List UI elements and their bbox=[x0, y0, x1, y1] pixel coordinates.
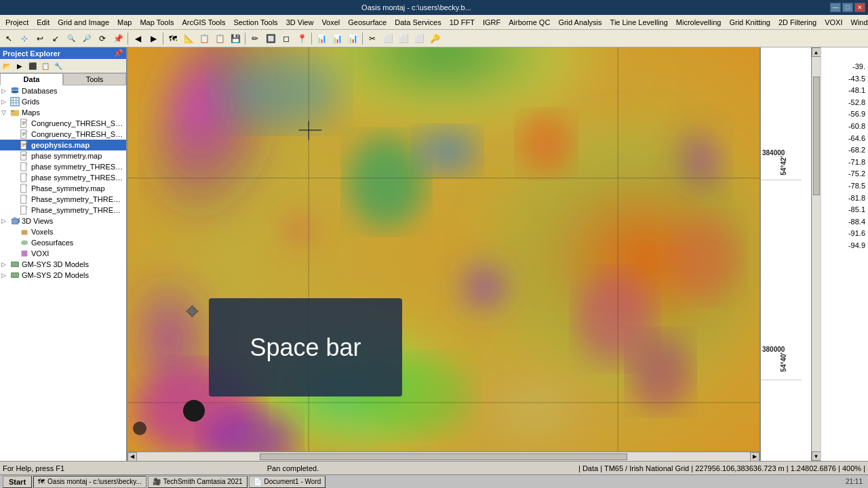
tb-map-view[interactable]: 🗺 bbox=[165, 31, 180, 46]
tree-gm-sys-2d[interactable]: ▷ GM-SYS 2D Models bbox=[0, 270, 126, 281]
tb-refresh[interactable]: ⟳ bbox=[95, 31, 110, 46]
svg-point-64 bbox=[672, 216, 741, 300]
tree-congruency-thresh-skel[interactable]: Congruency_THRESH_SKEL.map bbox=[0, 118, 126, 129]
menu-3d-view[interactable]: 3D View bbox=[282, 17, 318, 28]
menu-voxel[interactable]: Voxel bbox=[317, 17, 344, 28]
menu-grid-image[interactable]: Grid and Image bbox=[54, 17, 113, 28]
taskbar-word[interactable]: 📄 Document1 - Word bbox=[249, 476, 326, 488]
scroll-down-btn[interactable]: ▼ bbox=[812, 451, 821, 461]
tree-phase-symmetry[interactable]: phase symmetry.map bbox=[0, 150, 126, 161]
svg-rect-27 bbox=[22, 154, 26, 155]
tb-histogram[interactable]: 📊 bbox=[330, 31, 344, 46]
v-scroll-track[interactable] bbox=[812, 57, 821, 451]
menu-geosurface[interactable]: Geosurface bbox=[344, 17, 391, 28]
tb-box2[interactable]: ⬜ bbox=[396, 31, 411, 46]
scroll-right-btn[interactable]: ▶ bbox=[750, 452, 760, 462]
menu-microlevelling[interactable]: Microlevelling bbox=[672, 17, 726, 28]
menu-map-tools[interactable]: Map Tools bbox=[136, 17, 178, 28]
v-scroll-thumb[interactable] bbox=[813, 77, 820, 195]
tb-rule[interactable]: 📐 bbox=[181, 31, 196, 46]
tree-grids[interactable]: ▷ Grids bbox=[0, 96, 126, 107]
menu-section-tools[interactable]: Section Tools bbox=[229, 17, 281, 28]
tb-chart[interactable]: 📊 bbox=[314, 31, 329, 46]
exp-settings-btn[interactable]: 🔧 bbox=[52, 60, 64, 72]
tb-draw[interactable]: ✏ bbox=[248, 31, 262, 46]
tree-databases[interactable]: ▷ Databases bbox=[0, 85, 126, 96]
exp-open-btn[interactable]: 📂 bbox=[1, 60, 13, 72]
exp-copy-btn[interactable]: 📋 bbox=[39, 60, 52, 72]
tb-key[interactable]: 🔑 bbox=[427, 31, 442, 46]
tree-phase-symmetry-cap[interactable]: Phase_symmetry.map bbox=[0, 183, 126, 194]
menu-igrf[interactable]: IGRF bbox=[479, 17, 505, 28]
tb-box1[interactable]: ⬜ bbox=[380, 31, 395, 46]
minimize-button[interactable]: — bbox=[830, 3, 841, 12]
scroll-up-btn[interactable]: ▲ bbox=[812, 47, 821, 57]
svg-point-43 bbox=[21, 241, 28, 245]
tb-copy[interactable]: 📋 bbox=[197, 31, 212, 46]
menu-1d-fft[interactable]: 1D FFT bbox=[446, 17, 479, 28]
tree-congruency-thresh-skel-vec[interactable]: Congruency_THRESH_SKEL_VEC.map bbox=[0, 129, 126, 140]
exp-run-btn[interactable]: ▶ bbox=[14, 60, 26, 72]
menu-data-services[interactable]: Data Services bbox=[391, 17, 445, 28]
taskbar-oasis[interactable]: 🗺 Oasis montaj - c:\users\becky... bbox=[33, 476, 146, 488]
tb-move-tool[interactable]: ↙ bbox=[48, 31, 63, 46]
start-button[interactable]: Start bbox=[3, 476, 32, 488]
tb-save[interactable]: 💾 bbox=[228, 31, 243, 46]
tree-geophysics-map[interactable]: geophysics.map bbox=[0, 140, 126, 150]
tb-rectangle[interactable]: 🔲 bbox=[263, 31, 278, 46]
tb-zoom-out[interactable]: 🔎 bbox=[79, 31, 94, 46]
black-circle-large bbox=[183, 400, 205, 422]
close-button[interactable]: ✕ bbox=[854, 3, 865, 12]
tb-undo[interactable]: ↩ bbox=[33, 31, 47, 46]
menu-airborne-qc[interactable]: Airborne QC bbox=[505, 17, 554, 28]
tab-tools[interactable]: Tools bbox=[63, 73, 126, 85]
tb-scatter[interactable]: 📊 bbox=[345, 31, 360, 46]
menu-grid-analysis[interactable]: Grid Analysis bbox=[554, 17, 606, 28]
taskbar-techsmith[interactable]: 🎥TechSmith Camtasia 2021 bbox=[148, 476, 248, 488]
menu-arcgis-tools[interactable]: ArcGIS Tools bbox=[178, 17, 229, 28]
tb-paste[interactable]: 📋 bbox=[212, 31, 227, 46]
tree-3d-views[interactable]: ▷ 3D Views bbox=[0, 216, 126, 226]
tb-marker[interactable]: 📍 bbox=[294, 31, 309, 46]
v-scrollbar[interactable]: ▲ ▼ bbox=[811, 47, 821, 461]
menu-tie-line[interactable]: Tie Line Levelling bbox=[606, 17, 672, 28]
scroll-thumb[interactable] bbox=[260, 453, 627, 460]
tb-forward[interactable]: ▶ bbox=[146, 31, 161, 46]
tb-back[interactable]: ◀ bbox=[130, 31, 145, 46]
menu-project[interactable]: Project bbox=[1, 17, 33, 28]
maximize-button[interactable]: □ bbox=[842, 3, 853, 12]
svg-marker-11 bbox=[26, 119, 28, 121]
svg-rect-29 bbox=[21, 163, 26, 171]
menu-voxi[interactable]: VOXI bbox=[821, 17, 846, 28]
tree-phase-symmetry-cap-thresh-vec[interactable]: Phase_symmetry_THRESH_SKEL_VEC... bbox=[0, 205, 126, 216]
map-area[interactable]: Space bar ◀ ▶ bbox=[127, 47, 760, 461]
tree-voxels[interactable]: Voxels bbox=[0, 226, 126, 237]
tab-data[interactable]: Data bbox=[0, 73, 63, 85]
scroll-track[interactable] bbox=[137, 453, 750, 461]
menu-grid-knitting[interactable]: Grid Knitting bbox=[725, 17, 774, 28]
tb-select-rect[interactable]: ◻ bbox=[279, 31, 294, 46]
tree-voxi[interactable]: VOXI bbox=[0, 248, 126, 259]
h-scrollbar[interactable]: ◀ ▶ bbox=[127, 451, 760, 461]
tree-geosurfaces[interactable]: Geosurfaces bbox=[0, 237, 126, 248]
tb-scissors[interactable]: ✂ bbox=[365, 31, 380, 46]
menu-window[interactable]: Window bbox=[847, 17, 869, 28]
tb-zoom-in[interactable]: 🔍 bbox=[64, 31, 79, 46]
tb-select-tool[interactable]: ↖ bbox=[1, 31, 16, 46]
voxi-icon bbox=[19, 249, 30, 258]
tb-box3[interactable]: ⬜ bbox=[412, 31, 427, 46]
menu-edit[interactable]: Edit bbox=[33, 17, 54, 28]
tree-phase-symmetry-cap-thresh[interactable]: Phase_symmetry_THRESH_SKEL.map bbox=[0, 194, 126, 205]
explorer-pin-icon[interactable]: 📌 bbox=[114, 49, 123, 58]
tree-phase-symmetry-thresh-vec[interactable]: phase symmetry_THRESH_SKEL_VEC... bbox=[0, 172, 126, 183]
tb-pan-tool[interactable]: ⊹ bbox=[17, 31, 32, 46]
tree-gm-sys-3d[interactable]: ▷ GM-SYS 3D Models bbox=[0, 259, 126, 270]
tree-maps[interactable]: ▽ Maps bbox=[0, 107, 126, 118]
menu-map[interactable]: Map bbox=[113, 17, 136, 28]
exp-stop-btn[interactable]: ⬛ bbox=[26, 60, 39, 72]
scroll-left-btn[interactable]: ◀ bbox=[127, 452, 137, 462]
tb-pin[interactable]: 📌 bbox=[111, 31, 125, 46]
title-bar: Oasis montaj - c:\users\becky.b... — □ ✕ bbox=[0, 0, 868, 15]
menu-2d-filtering[interactable]: 2D Filtering bbox=[774, 17, 821, 28]
tree-phase-symmetry-thresh[interactable]: phase symmetry_THRESH_SKEL.map bbox=[0, 161, 126, 172]
